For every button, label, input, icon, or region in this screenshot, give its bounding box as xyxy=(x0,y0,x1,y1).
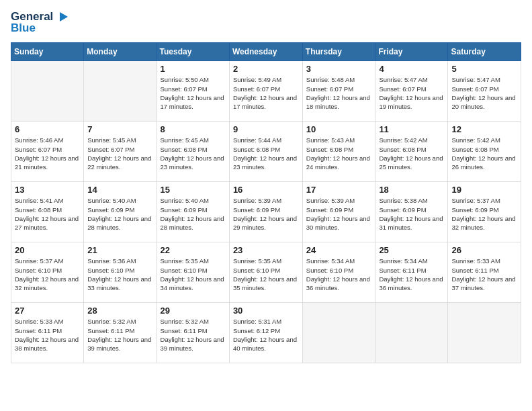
day-number: 30 xyxy=(233,306,299,316)
weekday-header: Sunday xyxy=(11,43,84,61)
weekday-header-row: SundayMondayTuesdayWednesdayThursdayFrid… xyxy=(11,43,521,61)
cell-info: Sunrise: 5:39 AM Sunset: 6:09 PM Dayligh… xyxy=(233,196,299,232)
cell-info: Sunrise: 5:47 AM Sunset: 6:07 PM Dayligh… xyxy=(379,75,444,111)
calendar-cell xyxy=(11,61,84,122)
cell-info: Sunrise: 5:33 AM Sunset: 6:11 PM Dayligh… xyxy=(451,257,517,292)
calendar-cell: 6Sunrise: 5:46 AM Sunset: 6:07 PM Daylig… xyxy=(11,122,84,182)
week-row: 6Sunrise: 5:46 AM Sunset: 6:07 PM Daylig… xyxy=(11,122,521,182)
cell-info: Sunrise: 5:40 AM Sunset: 6:09 PM Dayligh… xyxy=(87,196,152,232)
cell-info: Sunrise: 5:35 AM Sunset: 6:10 PM Dayligh… xyxy=(233,257,299,292)
calendar-cell: 13Sunrise: 5:41 AM Sunset: 6:08 PM Dayli… xyxy=(11,182,84,242)
day-number: 5 xyxy=(451,64,517,74)
day-number: 10 xyxy=(306,124,372,134)
day-number: 9 xyxy=(233,124,299,134)
calendar-cell: 11Sunrise: 5:42 AM Sunset: 6:08 PM Dayli… xyxy=(375,122,448,182)
cell-info: Sunrise: 5:45 AM Sunset: 6:08 PM Dayligh… xyxy=(161,136,226,171)
cell-info: Sunrise: 5:36 AM Sunset: 6:10 PM Dayligh… xyxy=(87,257,152,292)
calendar-cell: 16Sunrise: 5:39 AM Sunset: 6:09 PM Dayli… xyxy=(229,182,302,242)
calendar-cell: 21Sunrise: 5:36 AM Sunset: 6:10 PM Dayli… xyxy=(84,242,157,303)
day-number: 15 xyxy=(161,185,226,195)
calendar-cell: 22Sunrise: 5:35 AM Sunset: 6:10 PM Dayli… xyxy=(157,242,229,303)
calendar-cell: 23Sunrise: 5:35 AM Sunset: 6:10 PM Dayli… xyxy=(229,242,302,303)
calendar-cell: 10Sunrise: 5:43 AM Sunset: 6:08 PM Dayli… xyxy=(302,122,375,182)
logo-container: General Blue xyxy=(11,11,69,34)
weekday-header: Saturday xyxy=(448,43,521,61)
calendar-cell xyxy=(84,61,157,122)
cell-info: Sunrise: 5:39 AM Sunset: 6:09 PM Dayligh… xyxy=(306,196,372,232)
calendar-cell xyxy=(302,303,375,363)
weekday-header: Thursday xyxy=(302,43,375,61)
cell-info: Sunrise: 5:34 AM Sunset: 6:11 PM Dayligh… xyxy=(379,257,444,292)
logo: General Blue xyxy=(11,11,69,34)
day-number: 14 xyxy=(87,185,152,195)
calendar-cell: 27Sunrise: 5:33 AM Sunset: 6:11 PM Dayli… xyxy=(11,303,84,363)
logo-arrow-icon xyxy=(54,11,69,23)
week-row: 1Sunrise: 5:50 AM Sunset: 6:07 PM Daylig… xyxy=(11,61,521,122)
week-row: 13Sunrise: 5:41 AM Sunset: 6:08 PM Dayli… xyxy=(11,182,521,242)
cell-info: Sunrise: 5:35 AM Sunset: 6:10 PM Dayligh… xyxy=(161,257,226,292)
day-number: 17 xyxy=(306,185,372,195)
week-row: 20Sunrise: 5:37 AM Sunset: 6:10 PM Dayli… xyxy=(11,242,521,303)
calendar-cell: 28Sunrise: 5:32 AM Sunset: 6:11 PM Dayli… xyxy=(84,303,157,363)
cell-info: Sunrise: 5:33 AM Sunset: 6:11 PM Dayligh… xyxy=(15,317,80,353)
svg-marker-0 xyxy=(60,12,68,21)
calendar-cell: 1Sunrise: 5:50 AM Sunset: 6:07 PM Daylig… xyxy=(157,61,229,122)
calendar-cell: 4Sunrise: 5:47 AM Sunset: 6:07 PM Daylig… xyxy=(375,61,448,122)
cell-info: Sunrise: 5:49 AM Sunset: 6:07 PM Dayligh… xyxy=(233,75,299,111)
calendar-cell: 17Sunrise: 5:39 AM Sunset: 6:09 PM Dayli… xyxy=(302,182,375,242)
cell-info: Sunrise: 5:42 AM Sunset: 6:08 PM Dayligh… xyxy=(379,136,444,171)
cell-info: Sunrise: 5:41 AM Sunset: 6:08 PM Dayligh… xyxy=(15,196,80,232)
day-number: 7 xyxy=(87,124,152,134)
day-number: 11 xyxy=(379,124,444,134)
cell-info: Sunrise: 5:45 AM Sunset: 6:07 PM Dayligh… xyxy=(87,136,152,171)
logo-blue: Blue xyxy=(11,22,69,35)
day-number: 29 xyxy=(161,306,226,316)
calendar-cell: 24Sunrise: 5:34 AM Sunset: 6:10 PM Dayli… xyxy=(302,242,375,303)
cell-info: Sunrise: 5:50 AM Sunset: 6:07 PM Dayligh… xyxy=(161,75,226,111)
day-number: 22 xyxy=(161,245,226,255)
cell-info: Sunrise: 5:47 AM Sunset: 6:07 PM Dayligh… xyxy=(451,75,517,111)
cell-info: Sunrise: 5:32 AM Sunset: 6:11 PM Dayligh… xyxy=(87,317,152,353)
cell-info: Sunrise: 5:38 AM Sunset: 6:09 PM Dayligh… xyxy=(379,196,444,232)
day-number: 8 xyxy=(161,124,226,134)
calendar-cell: 5Sunrise: 5:47 AM Sunset: 6:07 PM Daylig… xyxy=(448,61,521,122)
cell-info: Sunrise: 5:32 AM Sunset: 6:11 PM Dayligh… xyxy=(161,317,226,353)
week-row: 27Sunrise: 5:33 AM Sunset: 6:11 PM Dayli… xyxy=(11,303,521,363)
day-number: 1 xyxy=(161,64,226,74)
day-number: 6 xyxy=(15,124,80,134)
calendar-cell: 29Sunrise: 5:32 AM Sunset: 6:11 PM Dayli… xyxy=(157,303,229,363)
page-header: General Blue xyxy=(11,11,521,34)
day-number: 23 xyxy=(233,245,299,255)
calendar-cell: 18Sunrise: 5:38 AM Sunset: 6:09 PM Dayli… xyxy=(375,182,448,242)
calendar-cell: 26Sunrise: 5:33 AM Sunset: 6:11 PM Dayli… xyxy=(448,242,521,303)
day-number: 26 xyxy=(451,245,517,255)
cell-info: Sunrise: 5:31 AM Sunset: 6:12 PM Dayligh… xyxy=(233,317,299,353)
cell-info: Sunrise: 5:44 AM Sunset: 6:08 PM Dayligh… xyxy=(233,136,299,171)
calendar-cell: 7Sunrise: 5:45 AM Sunset: 6:07 PM Daylig… xyxy=(84,122,157,182)
day-number: 20 xyxy=(15,245,80,255)
calendar-cell: 30Sunrise: 5:31 AM Sunset: 6:12 PM Dayli… xyxy=(229,303,302,363)
weekday-header: Monday xyxy=(84,43,157,61)
calendar-cell xyxy=(448,303,521,363)
day-number: 24 xyxy=(306,245,372,255)
cell-info: Sunrise: 5:43 AM Sunset: 6:08 PM Dayligh… xyxy=(306,136,372,171)
day-number: 13 xyxy=(15,185,80,195)
calendar-cell: 12Sunrise: 5:42 AM Sunset: 6:08 PM Dayli… xyxy=(448,122,521,182)
day-number: 28 xyxy=(87,306,152,316)
day-number: 21 xyxy=(87,245,152,255)
weekday-header: Wednesday xyxy=(229,43,302,61)
day-number: 4 xyxy=(379,64,444,74)
day-number: 19 xyxy=(451,185,517,195)
calendar-cell: 15Sunrise: 5:40 AM Sunset: 6:09 PM Dayli… xyxy=(157,182,229,242)
cell-info: Sunrise: 5:40 AM Sunset: 6:09 PM Dayligh… xyxy=(161,196,226,232)
cell-info: Sunrise: 5:42 AM Sunset: 6:08 PM Dayligh… xyxy=(451,136,517,171)
weekday-header: Tuesday xyxy=(157,43,229,61)
calendar-cell: 14Sunrise: 5:40 AM Sunset: 6:09 PM Dayli… xyxy=(84,182,157,242)
cell-info: Sunrise: 5:48 AM Sunset: 6:07 PM Dayligh… xyxy=(306,75,372,111)
cell-info: Sunrise: 5:34 AM Sunset: 6:10 PM Dayligh… xyxy=(306,257,372,292)
calendar-table: SundayMondayTuesdayWednesdayThursdayFrid… xyxy=(11,42,521,363)
calendar-cell: 2Sunrise: 5:49 AM Sunset: 6:07 PM Daylig… xyxy=(229,61,302,122)
cell-info: Sunrise: 5:46 AM Sunset: 6:07 PM Dayligh… xyxy=(15,136,80,171)
day-number: 27 xyxy=(15,306,80,316)
day-number: 3 xyxy=(306,64,372,74)
